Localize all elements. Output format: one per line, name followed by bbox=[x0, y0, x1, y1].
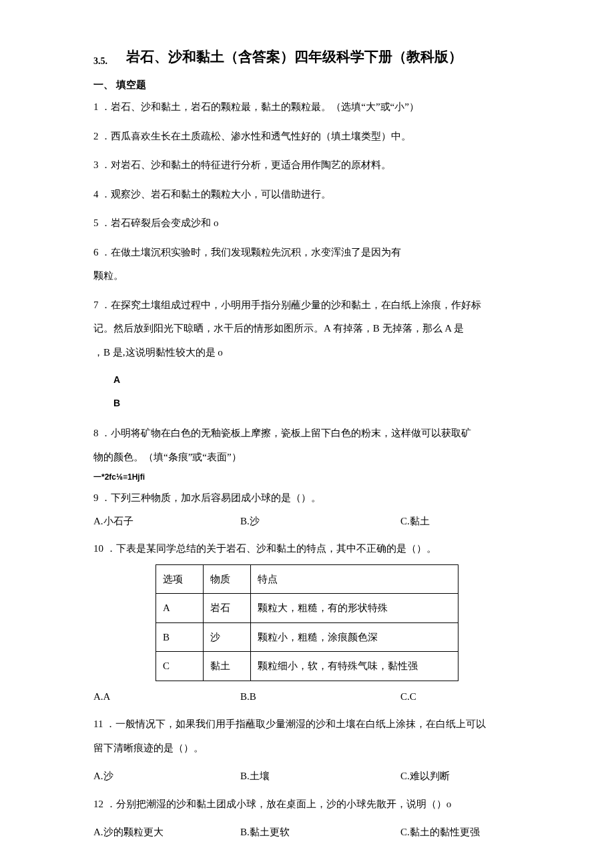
question-4: 4 ．观察沙、岩石和黏土的颗粒大小，可以借助进行。 bbox=[93, 186, 521, 203]
cell-a-opt: A bbox=[156, 594, 204, 623]
cell-b-feat: 颗粒小，粗糙，涂痕颜色深 bbox=[251, 622, 458, 652]
q11-option-a: A.沙 bbox=[93, 769, 240, 784]
question-9: 9 ．下列三种物质，加水后容易团成小球的是（）。 bbox=[93, 490, 521, 507]
table-header-option: 选项 bbox=[156, 564, 204, 594]
question-3: 3 ．对岩石、沙和黏土的特征进行分析，更适合用作陶艺的原材料。 bbox=[93, 157, 521, 174]
q12-option-b: B.黏土更软 bbox=[240, 825, 400, 840]
question-10: 10 ．下表是某同学总结的关于岩石、沙和黏土的特点，其中不正确的是（）。 bbox=[93, 540, 521, 558]
q10-option-c: C.C bbox=[400, 689, 416, 705]
question-6-line2: 颗粒。 bbox=[93, 268, 521, 285]
document-page: 3.5. 岩石、沙和黏土（含答案）四年级科学下册（教科版） 一、 填空题 1 ．… bbox=[0, 0, 614, 868]
table-row: B 沙 颗粒小，粗糙，涂痕颜色深 bbox=[156, 622, 458, 652]
question-1: 1 ．岩石、沙和黏土，岩石的颗粒最，黏土的颗粒最。（选填“大”或“小”） bbox=[93, 99, 521, 116]
question-9-options: A.小石子 B.沙 C.黏土 bbox=[93, 514, 521, 529]
figure-label-b: B bbox=[113, 396, 521, 410]
question-10-options: A.A B.B C.C bbox=[93, 689, 521, 705]
question-8-line2: 物的颜色。（填“条痕”或“表面”） bbox=[93, 449, 521, 466]
table-header-feature: 特点 bbox=[251, 564, 458, 594]
table-header-substance: 物质 bbox=[204, 564, 251, 594]
cell-a-sub: 岩石 bbox=[204, 594, 251, 623]
question-6-line1: 6 ．在做土壤沉积实验时，我们发现颗粒先沉积，水变浑浊了是因为有 bbox=[93, 244, 521, 262]
q12-option-a: A.沙的颗粒更大 bbox=[93, 825, 240, 840]
table-row: C 黏土 颗粒细小，软，有特殊气味，黏性强 bbox=[156, 652, 458, 681]
title-row: 3.5. 岩石、沙和黏土（含答案）四年级科学下册（教科版） bbox=[93, 47, 521, 68]
question-11-line1: 11 ．一般情况下，如果我们用手指蘸取少量潮湿的沙和土壤在白纸上涂抹，在白纸上可… bbox=[93, 716, 521, 733]
q10-option-a: A.A bbox=[93, 689, 240, 705]
title-main: 岩石、沙和黏土（含答案）四年级科学下册（教科版） bbox=[126, 49, 463, 65]
question-12: 12 ．分别把潮湿的沙和黏土团成小球，放在桌面上，沙的小球先散开，说明（）o bbox=[93, 796, 521, 813]
q11-option-c: C.难以判断 bbox=[400, 769, 450, 784]
cell-c-opt: C bbox=[156, 652, 204, 681]
question-12-options: A.沙的颗粒更大 B.黏土更软 C.黏土的黏性更强 bbox=[93, 825, 521, 840]
q9-option-c: C.黏土 bbox=[400, 514, 430, 529]
question-5: 5 ．岩石碎裂后会变成沙和 o bbox=[93, 215, 521, 232]
question-7-line1: 7 ．在探究土壤组成过程中，小明用手指分别蘸少量的沙和黏土，在白纸上涂痕，作好标 bbox=[93, 297, 521, 314]
question-8-line1: 8 ．小明将矿物在白色的无釉瓷板上摩擦，瓷板上留下白色的粉末，这样做可以获取矿 bbox=[93, 425, 521, 442]
table-row: 选项 物质 特点 bbox=[156, 564, 458, 594]
q10-option-b: B.B bbox=[240, 689, 400, 705]
question-2: 2 ．西瓜喜欢生长在土质疏松、渗水性和透气性好的（填土壤类型）中。 bbox=[93, 128, 521, 145]
table-row: A 岩石 颗粒大，粗糙，有的形状特殊 bbox=[156, 594, 458, 623]
q9-option-a: A.小石子 bbox=[93, 514, 240, 529]
q9-option-b: B.沙 bbox=[240, 514, 400, 529]
question-11-line2: 留下清晰痕迹的是（）。 bbox=[93, 740, 521, 757]
title-number: 3.5. bbox=[93, 56, 107, 66]
question-7-line2: 记。然后放到阳光下晾晒，水干后的情形如图所示。A 有掉落，B 无掉落，那么 A … bbox=[93, 320, 521, 338]
section-heading-fill: 一、 填空题 bbox=[93, 77, 521, 93]
q12-option-c: C.黏土的黏性更强 bbox=[400, 825, 480, 840]
figure-label-a: A bbox=[113, 373, 521, 387]
cell-b-sub: 沙 bbox=[204, 622, 251, 652]
q11-option-b: B.土壤 bbox=[240, 769, 400, 784]
cell-c-feat: 颗粒细小，软，有特殊气味，黏性强 bbox=[251, 652, 458, 681]
cell-a-feat: 颗粒大，粗糙，有的形状特殊 bbox=[251, 594, 458, 623]
features-table: 选项 物质 特点 A 岩石 颗粒大，粗糙，有的形状特殊 B 沙 颗粒小，粗糙，涂… bbox=[156, 564, 458, 681]
garbled-text: 一*2fc⅛≡1Hjfi bbox=[93, 471, 521, 483]
figure-ab-labels: A B bbox=[113, 373, 521, 410]
question-7-line3: ，B 是,这说明黏性较大的是 o bbox=[93, 344, 521, 362]
cell-b-opt: B bbox=[156, 622, 204, 652]
cell-c-sub: 黏土 bbox=[204, 652, 251, 681]
question-11-options: A.沙 B.土壤 C.难以判断 bbox=[93, 769, 521, 784]
